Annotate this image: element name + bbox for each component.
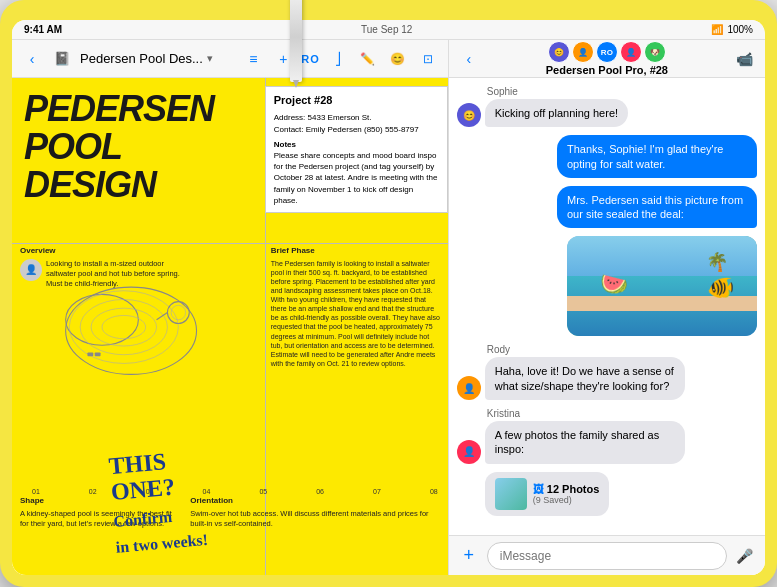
- num-07: 07: [373, 488, 381, 495]
- brief-text: The Pedersen family is looking to instal…: [271, 259, 442, 368]
- message-sent-1-bubble: Thanks, Sophie! I'm glad they're opting …: [557, 135, 757, 178]
- overview-label: Overview: [20, 246, 186, 257]
- avatar-andre: 🐶: [644, 41, 666, 63]
- notes-share-button[interactable]: ⎦: [326, 47, 350, 71]
- brief-section: Brief Phase The Pedersen family is looki…: [265, 246, 448, 368]
- sender-kristina: Kristina: [487, 408, 520, 419]
- messages-input-bar: + 🎤: [449, 535, 765, 575]
- photos-attachment[interactable]: 🖼 12 Photos (9 Saved): [485, 472, 610, 516]
- num-03: 03: [146, 488, 154, 495]
- num-02: 02: [89, 488, 97, 495]
- message-row-photos: 🖼 12 Photos (9 Saved): [457, 472, 757, 516]
- project-number: Project #28: [274, 93, 439, 108]
- messages-add-button[interactable]: +: [457, 544, 481, 568]
- ipad-frame: 9:41 AM Tue Sep 12 📶 100% ‹ 📓 Pedersen P…: [0, 0, 777, 587]
- notes-markup-button[interactable]: ✏️: [356, 47, 380, 71]
- svg-point-2: [69, 291, 178, 364]
- brief-label: Brief Phase: [271, 246, 442, 257]
- messages-input[interactable]: [487, 542, 727, 570]
- message-sophie-bubble-row: 😊 Kicking off planning here!: [457, 99, 628, 127]
- photos-info: 🖼 12 Photos (9 Saved): [533, 483, 600, 505]
- avatar-row: 😊 👤 RO 👤 🐶: [548, 41, 666, 63]
- svg-point-5: [102, 315, 146, 338]
- orientation-text: Swim-over hot tub access. Will discuss d…: [190, 509, 443, 529]
- wifi-icon: 📶: [711, 24, 723, 35]
- message-sophie-bubble: Kicking off planning here!: [485, 99, 628, 127]
- svg-rect-9: [87, 353, 93, 357]
- voice-message-button[interactable]: 🎤: [733, 544, 757, 568]
- battery-status: 100%: [727, 24, 753, 35]
- messages-content[interactable]: Sophie 😊 Kicking off planning here! Than…: [449, 78, 765, 535]
- project-address: Address: 5433 Emerson St.: [274, 112, 439, 123]
- shape-text: A kidney-shaped pool is seemingly the be…: [20, 509, 181, 529]
- project-notes-text: Please share concepts and mood board ins…: [274, 150, 439, 206]
- svg-point-1: [66, 294, 139, 345]
- message-sent-2-bubble: Mrs. Pedersen said this picture from our…: [557, 186, 757, 229]
- message-rody-bubble: Haha, love it! Do we have a sense of wha…: [485, 357, 685, 400]
- notebook-icon-button[interactable]: 📓: [50, 47, 74, 71]
- message-row-sent-image: 🌴 🍉 🐠: [457, 236, 757, 336]
- project-box: Project #28 Address: 5433 Emerson St. Co…: [265, 86, 448, 213]
- photos-count: 🖼 12 Photos: [533, 483, 600, 495]
- notes-title-area: Pedersen Pool Des... ▾: [80, 51, 235, 66]
- project-contact: Contact: Emily Pedersen (850) 555-8797: [274, 124, 439, 135]
- shape-label: Shape: [20, 496, 181, 507]
- sophie-avatar: 😊: [457, 103, 481, 127]
- notes-emoji-button[interactable]: 😊: [386, 47, 410, 71]
- pool-sketch: [12, 258, 265, 418]
- notes-panel: ‹ 📓 Pedersen Pool Des... ▾ ≡ + RO ⎦ ✏️ 😊…: [12, 40, 449, 575]
- svg-point-7: [171, 305, 186, 320]
- avatar-ro: RO: [596, 41, 618, 63]
- messages-back-button[interactable]: ‹: [457, 47, 481, 71]
- message-kristina-bubble: A few photos the family shared as inspo:: [485, 421, 685, 464]
- video-call-button[interactable]: 📹: [733, 47, 757, 71]
- shape-section: Shape A kidney-shaped pool is seemingly …: [20, 496, 181, 533]
- num-08: 08: [430, 488, 438, 495]
- message-photos-row: 🖼 12 Photos (9 Saved): [457, 472, 610, 516]
- svg-point-6: [167, 302, 189, 324]
- note-background: PEDERSENPOOLDESIGN Project #28 Address: …: [12, 78, 448, 575]
- message-row-kristina: Kristina 👤 A few photos the family share…: [457, 408, 757, 464]
- num-01: 01: [32, 488, 40, 495]
- notes-back-button[interactable]: ‹: [20, 47, 44, 71]
- notes-toolbar-dots: RO: [301, 53, 320, 65]
- messages-title-area: 😊 👤 RO 👤 🐶 Pedersen Pool Pro, #28: [487, 41, 727, 76]
- screen: 9:41 AM Tue Sep 12 📶 100% ‹ 📓 Pedersen P…: [12, 20, 765, 575]
- num-05: 05: [259, 488, 267, 495]
- message-row-sent-2: Mrs. Pedersen said this picture from our…: [457, 186, 757, 229]
- group-chat-title: Pedersen Pool Pro, #28: [546, 64, 668, 76]
- avatar-sophie: 😊: [548, 41, 570, 63]
- pool-image: 🌴 🍉 🐠: [567, 236, 757, 336]
- message-row-sophie: Sophie 😊 Kicking off planning here!: [457, 86, 757, 127]
- svg-rect-10: [95, 353, 101, 357]
- notes-title-chevron: ▾: [207, 52, 213, 65]
- notes-more-button[interactable]: ⊡: [416, 47, 440, 71]
- message-rody-bubble-row: 👤 Haha, love it! Do we have a sense of w…: [457, 357, 685, 400]
- apple-pencil: [290, 0, 302, 82]
- split-view: ‹ 📓 Pedersen Pool Des... ▾ ≡ + RO ⎦ ✏️ 😊…: [12, 40, 765, 575]
- message-row-rody: Rody 👤 Haha, love it! Do we have a sense…: [457, 344, 757, 400]
- messages-panel: ‹ 😊 👤 RO 👤 🐶 Pedersen Pool Pro, #28 📹: [449, 40, 765, 575]
- rody-avatar: 👤: [457, 376, 481, 400]
- message-row-sent-1: Thanks, Sophie! I'm glad they're opting …: [457, 135, 757, 178]
- message-kristina-bubble-row: 👤 A few photos the family shared as insp…: [457, 421, 685, 464]
- kristina-avatar: 👤: [457, 440, 481, 464]
- numbers-row: 01 02 03 04 05 06 07 08: [32, 488, 438, 495]
- avatar-rody: 👤: [572, 41, 594, 63]
- messages-toolbar: ‹ 😊 👤 RO 👤 🐶 Pedersen Pool Pro, #28 📹: [449, 40, 765, 78]
- sender-sophie: Sophie: [487, 86, 518, 97]
- photos-saved: (9 Saved): [533, 495, 600, 505]
- sent-image-bubble: 🌴 🍉 🐠: [567, 236, 757, 336]
- notes-list-button[interactable]: ≡: [241, 47, 265, 71]
- notes-title: Pedersen Pool Des...: [80, 51, 203, 66]
- notes-content[interactable]: PEDERSENPOOLDESIGN Project #28 Address: …: [12, 78, 448, 575]
- svg-point-3: [80, 299, 167, 354]
- sender-rody: Rody: [487, 344, 510, 355]
- status-time: 9:41 AM: [24, 24, 62, 35]
- note-main-title: PEDERSENPOOLDESIGN: [24, 90, 214, 203]
- avatar-kristina: 👤: [620, 41, 642, 63]
- horizontal-divider: [12, 243, 448, 244]
- num-04: 04: [203, 488, 211, 495]
- status-date: Tue Sep 12: [361, 24, 412, 35]
- notes-toolbar: ‹ 📓 Pedersen Pool Des... ▾ ≡ + RO ⎦ ✏️ 😊…: [12, 40, 448, 78]
